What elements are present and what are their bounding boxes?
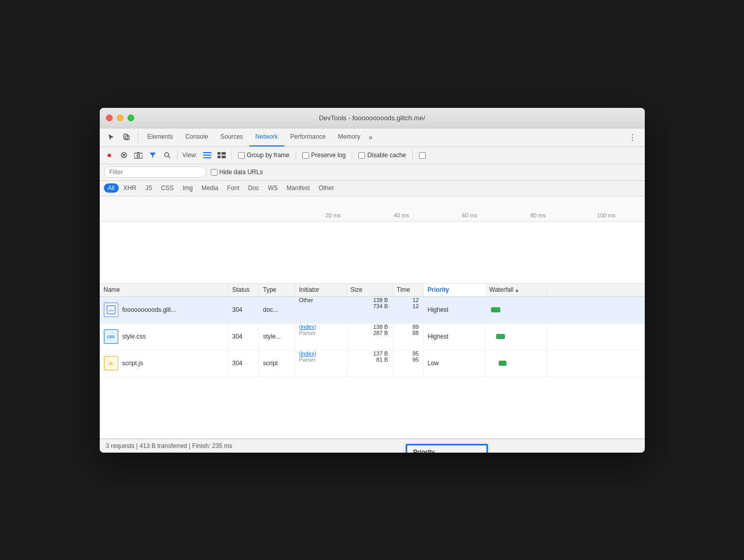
header-time[interactable]: Time (393, 284, 424, 296)
table-header: Name Status Type Initiator Size Time (100, 284, 645, 297)
screenshot-button[interactable] (132, 148, 145, 162)
maximize-button[interactable] (128, 115, 134, 121)
svg-rect-12 (217, 152, 221, 155)
cell-size-3: 137 B 81 B (347, 350, 393, 377)
cell-waterfall-3 (485, 350, 547, 377)
file-icon-js: JS (104, 356, 118, 370)
cell-initiator-3: (index) Parser (295, 350, 347, 377)
timeline-tick-0: 20 ms (299, 212, 368, 218)
status-text: 3 requests | 413 B transferred | Finish:… (106, 442, 232, 450)
cell-time-1: 12 12 (393, 297, 424, 323)
status-bar: 3 requests | 413 B transferred | Finish:… (100, 439, 645, 453)
cell-time-2: 89 88 (393, 324, 424, 350)
file-name-2: style.css (122, 333, 146, 340)
cell-size-1: 138 B 734 B (347, 297, 393, 323)
group-by-frame-text: Group by frame (247, 152, 289, 159)
cell-priority-1: Highest (424, 297, 485, 323)
compact-view-button[interactable] (215, 148, 228, 162)
cell-status-1: 304 (228, 297, 259, 323)
table-row[interactable]: CSS style.css 304 style... (index) Parse… (100, 324, 645, 350)
header-waterfall[interactable]: Waterfall ▲ (485, 284, 547, 296)
svg-point-7 (165, 153, 169, 157)
file-icon-css: CSS (104, 329, 118, 344)
type-filter-pill-xhr[interactable]: XHR (119, 183, 140, 193)
type-filter-pill-js[interactable]: JS (141, 183, 156, 193)
tab-performance[interactable]: Performance (284, 128, 332, 146)
file-icon-html: </> (104, 303, 118, 317)
preserve-log-checkbox[interactable] (302, 152, 309, 159)
cell-initiator-2: (index) Parser (295, 324, 347, 350)
type-filter-pill-all[interactable]: All (104, 183, 119, 193)
svg-rect-10 (203, 155, 211, 156)
cell-status-2: 304 (228, 324, 259, 350)
cell-waterfall-1 (485, 297, 547, 323)
disable-cache-label[interactable]: Disable cache (358, 152, 406, 159)
cursor-icon[interactable] (104, 130, 118, 144)
group-by-frame-label[interactable]: Group by frame (238, 152, 289, 159)
filter-button[interactable] (146, 148, 159, 162)
view-label: View: (183, 152, 197, 159)
timeline-tick-4: 100 ms (572, 212, 641, 218)
svg-rect-9 (203, 152, 211, 153)
minimize-button[interactable] (117, 115, 123, 121)
close-button[interactable] (106, 115, 113, 121)
nav-separator-1 (138, 132, 138, 142)
sort-arrow: ▲ (513, 286, 520, 293)
type-filter-pill-font[interactable]: Font (223, 183, 244, 193)
toolbar: ● (100, 147, 645, 164)
nav-tabs: Elements Console Sources Network Perform… (100, 128, 645, 147)
search-button[interactable] (160, 148, 174, 162)
header-type[interactable]: Type (259, 284, 295, 296)
header-priority[interactable]: Priority (424, 284, 485, 296)
empty-area (100, 222, 645, 284)
list-view-button[interactable] (201, 148, 214, 162)
table-row[interactable]: JS script.js 304 script (index) Parser 1… (100, 350, 645, 377)
hide-data-urls-label[interactable]: Hide data URLs (211, 169, 263, 176)
stop-recording-button[interactable] (117, 148, 131, 162)
svg-rect-13 (222, 152, 226, 155)
tab-memory[interactable]: Memory (332, 128, 366, 146)
group-by-frame-checkbox[interactable] (238, 152, 245, 159)
type-filter-pill-img[interactable]: Img (178, 183, 197, 193)
type-filter-pill-doc[interactable]: Doc (244, 183, 263, 193)
header-initiator[interactable]: Initiator (295, 284, 347, 296)
nav-more-button[interactable]: » (369, 133, 373, 141)
svg-rect-15 (222, 156, 226, 158)
svg-point-6 (137, 155, 139, 157)
header-status[interactable]: Status (228, 284, 259, 296)
disable-cache-checkbox[interactable] (358, 152, 365, 159)
type-filter-pill-manifest[interactable]: Manifest (282, 183, 314, 193)
cell-size-2: 138 B 287 B (347, 324, 393, 350)
tab-console[interactable]: Console (179, 128, 214, 146)
type-filter-pill-css[interactable]: CSS (157, 183, 178, 193)
type-filter-pill-ws[interactable]: WS (264, 183, 282, 193)
title-bar: DevTools - fooooooooods.glitch.me/ (100, 108, 645, 128)
header-name[interactable]: Name (100, 284, 228, 296)
window-title: DevTools - fooooooooods.glitch.me/ (319, 114, 425, 122)
timeline-header: 20 ms40 ms60 ms80 ms100 ms (100, 196, 645, 222)
cell-type-2: style... (259, 324, 295, 350)
hide-data-urls-checkbox[interactable] (211, 169, 217, 176)
timeline-tick-3: 80 ms (504, 212, 572, 218)
preserve-log-label[interactable]: Preserve log (302, 152, 346, 159)
file-name-1: fooooooooods.glit... (122, 306, 176, 313)
disable-cache-text: Disable cache (367, 152, 406, 159)
tab-sources[interactable]: Sources (214, 128, 249, 146)
type-filter-pill-other[interactable]: Other (315, 183, 338, 193)
type-filter-pill-media[interactable]: Media (197, 183, 223, 193)
tab-elements[interactable]: Elements (141, 128, 179, 146)
extra-checkbox-label[interactable] (419, 152, 426, 159)
tab-network[interactable]: Network (249, 128, 284, 146)
cell-name-1: </> fooooooooods.glit... (100, 297, 228, 323)
cell-waterfall-2 (485, 324, 547, 350)
timeline-tick-1: 40 ms (367, 212, 435, 218)
filter-input[interactable] (104, 166, 207, 178)
toolbar-sep-4 (352, 151, 352, 160)
nav-kebab-button[interactable]: ⋮ (624, 130, 641, 144)
header-size[interactable]: Size (347, 284, 393, 296)
extra-checkbox[interactable] (419, 152, 426, 159)
table-row[interactable]: </> fooooooooods.glit... 304 doc... Othe… (100, 297, 645, 324)
record-button[interactable]: ● (103, 148, 116, 162)
toolbar-sep-3 (296, 151, 296, 160)
device-icon[interactable] (119, 130, 134, 144)
